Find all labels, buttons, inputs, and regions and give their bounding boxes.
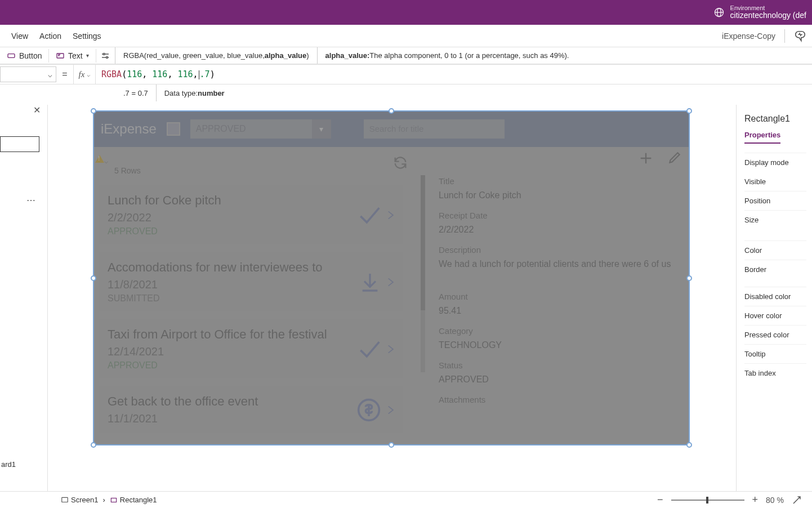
chevron-right-icon[interactable]	[385, 402, 396, 418]
refresh-icon[interactable]	[392, 155, 408, 171]
tree-search-input[interactable]	[0, 136, 39, 152]
menu-action[interactable]: Action	[39, 32, 61, 41]
app-title: iExpense	[101, 121, 157, 137]
expense-date: 2/2/2022	[108, 211, 394, 224]
fx-label: fx	[79, 70, 85, 79]
divider	[784, 29, 785, 43]
detail-title-label: Title	[439, 176, 673, 186]
app-name-label: iExpense-Copy	[722, 32, 775, 41]
text-cursor	[199, 70, 199, 79]
menu-view[interactable]: View	[11, 32, 28, 41]
prop-display-mode[interactable]: Display mode	[744, 153, 806, 172]
result-bar: .7 = 0.7 Data type: number	[0, 84, 812, 101]
chevron-down-icon: ▾	[86, 52, 89, 59]
chevron-right-icon[interactable]	[385, 341, 396, 358]
row-count-label: 5 Rows	[114, 166, 414, 175]
detail-status-value: APPROVED	[439, 375, 673, 385]
button-icon	[7, 51, 16, 60]
breadcrumb-rectangle[interactable]: Rectangle1	[110, 496, 157, 504]
zoom-value: 80 %	[766, 496, 784, 505]
fit-screen-icon[interactable]	[792, 495, 802, 505]
status-dropdown-value: APPROVED	[196, 124, 246, 134]
list-item[interactable]: Taxi from Airport to Office for the fest…	[99, 319, 403, 378]
expense-date: 11/8/2021	[108, 278, 394, 291]
close-icon[interactable]: ✕	[33, 105, 41, 115]
settings-button[interactable]	[96, 47, 115, 64]
prop-position[interactable]: Position	[744, 191, 806, 210]
expense-title: Taxi from Airport to Office for the fest…	[108, 327, 394, 342]
expense-date: 11/1/2021	[108, 412, 394, 425]
tree-view-pane: ✕ ⋯ ard1	[0, 105, 48, 491]
svg-rect-7	[62, 497, 68, 502]
breadcrumb-screen[interactable]: Screen1	[61, 496, 98, 504]
prop-disabled-color[interactable]: Disabled color	[744, 287, 806, 306]
prop-color[interactable]: Color	[744, 240, 806, 260]
sliders-icon	[100, 51, 110, 61]
app-header: iExpense APPROVED ▾ Search for title	[93, 110, 690, 147]
chevron-right-icon[interactable]	[385, 207, 396, 224]
status-dropdown[interactable]: APPROVED ▾	[190, 119, 331, 139]
health-check-icon[interactable]	[794, 30, 806, 42]
prop-visible[interactable]: Visible	[744, 172, 806, 191]
chevron-down-icon: ▾	[312, 119, 331, 139]
svg-point-4	[103, 53, 105, 55]
zoom-out-button[interactable]: −	[657, 494, 663, 506]
detail-status-label: Status	[439, 360, 673, 370]
zoom-thumb[interactable]	[706, 497, 708, 503]
prop-border[interactable]: Border	[744, 260, 806, 279]
title-bar: Environment citizentechnology (def	[0, 0, 812, 25]
prop-size[interactable]: Size	[744, 210, 806, 229]
chevron-down-icon: ⌵	[87, 72, 90, 78]
detail-category-label: Category	[439, 326, 673, 336]
prop-hover-color[interactable]: Hover color	[744, 306, 806, 325]
rectangle-icon	[110, 496, 118, 504]
list-item[interactable]: Get back to the office event 11/1/2021	[99, 386, 403, 433]
search-input[interactable]: Search for title	[364, 119, 505, 139]
detail-category-value: TECHNOLOGY	[439, 340, 673, 350]
zoom-in-button[interactable]: +	[752, 494, 759, 506]
property-dropdown[interactable]: ⌵	[0, 66, 56, 82]
dollar-icon	[356, 398, 381, 422]
detail-attach-label: Attachments	[439, 395, 673, 404]
canvas-area[interactable]: iExpense APPROVED ▾ Search for title	[48, 105, 736, 491]
prop-tab-index[interactable]: Tab index	[744, 363, 806, 382]
search-placeholder: Search for title	[369, 124, 424, 133]
detail-desc-label: Description	[439, 245, 673, 255]
insert-button[interactable]: Button	[0, 47, 48, 64]
insert-text-label: Text	[68, 51, 83, 60]
insert-text[interactable]: Text ▾	[49, 47, 96, 64]
formula-bar: ⌵ = fx ⌵ RGBA(116, 116, 116,.7)	[0, 64, 812, 84]
chevron-right-icon[interactable]	[385, 274, 396, 291]
expense-status: APPROVED	[108, 360, 394, 371]
detail-date-label: Receipt Date	[439, 211, 673, 220]
checkbox[interactable]	[167, 122, 180, 136]
expense-date: 12/14/2021	[108, 345, 394, 358]
result-datatype: Data type: number	[157, 84, 233, 101]
equals-sign: =	[56, 69, 73, 79]
list-item[interactable]: Lunch for Coke pitch 2/2/2022 APPROVED	[99, 185, 403, 244]
list-pane: ⌵ 5 Rows Lunch for Coke pitch 2/2/2022 A…	[93, 147, 420, 445]
expense-status: APPROVED	[108, 226, 394, 237]
tree-more-icon[interactable]: ⋯	[26, 195, 36, 206]
fx-button[interactable]: fx ⌵	[73, 65, 96, 84]
zoom-slider[interactable]	[671, 500, 744, 501]
tree-item[interactable]: ard1	[1, 460, 16, 469]
list-item[interactable]: Accomodations for new interviewees to 11…	[99, 252, 403, 311]
environment-value: citizentechnology (def	[730, 11, 806, 20]
environment-block: Environment citizentechnology (def	[713, 5, 806, 20]
formula-signature: RGBA(red_value, green_value, blue_value,…	[115, 47, 318, 64]
detail-pane: ▲ ▼ Title Lunch for Coke pitch Receipt D…	[420, 147, 690, 445]
formula-input[interactable]: RGBA(116, 116, 116,.7)	[96, 69, 812, 79]
tab-properties[interactable]: Properties	[744, 131, 780, 144]
check-icon	[356, 337, 381, 362]
menu-bar: View Action Settings iExpense-Copy	[0, 25, 812, 47]
expense-title: Accomodations for new interviewees to	[108, 260, 394, 275]
prop-pressed-color[interactable]: Pressed color	[744, 325, 806, 344]
menu-settings[interactable]: Settings	[73, 32, 101, 41]
svg-point-5	[106, 56, 108, 58]
prop-tooltip[interactable]: Tooltip	[744, 344, 806, 363]
app-preview: iExpense APPROVED ▾ Search for title	[93, 110, 690, 445]
expense-status: SUBMITTED	[108, 293, 394, 304]
detail-amount-value: 95.41	[439, 306, 673, 316]
warning-icon	[95, 155, 104, 163]
